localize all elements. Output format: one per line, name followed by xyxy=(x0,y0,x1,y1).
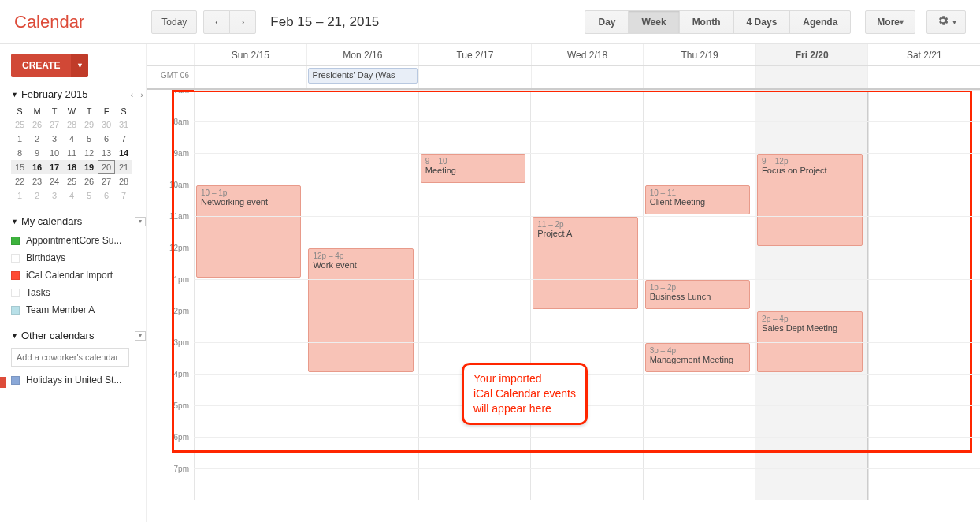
day-column[interactable]: 12p – 4pWork event xyxy=(306,90,418,500)
mini-day[interactable]: 23 xyxy=(28,174,46,188)
calendar-event[interactable]: 9 – 12pFocus on Project xyxy=(757,154,862,246)
day-column[interactable]: 10 – 11Client Meeting1p – 2pBusiness Lun… xyxy=(643,90,755,500)
calendar-event[interactable]: 10 – 1pNetworking event xyxy=(196,185,301,278)
view-4-days[interactable]: 4 Days xyxy=(733,10,791,34)
mini-day[interactable]: 30 xyxy=(98,117,115,132)
allday-cell[interactable] xyxy=(531,66,644,88)
allday-cell[interactable] xyxy=(643,66,755,88)
mini-day[interactable]: 1 xyxy=(11,188,28,203)
mini-day[interactable]: 14 xyxy=(115,146,132,160)
calendar-item[interactable]: Holidays in United St... xyxy=(11,371,146,389)
view-month[interactable]: Month xyxy=(679,10,734,34)
mini-day[interactable]: 29 xyxy=(80,117,98,132)
mini-day[interactable]: 4 xyxy=(63,132,80,146)
calendar-event[interactable]: 11 – 2pProject A xyxy=(533,217,637,309)
day-header[interactable]: Fri 2/20 xyxy=(755,44,868,65)
day-header[interactable]: Sat 2/21 xyxy=(867,44,980,65)
mini-day[interactable]: 8 xyxy=(11,146,28,160)
mini-day[interactable]: 5 xyxy=(80,188,98,203)
next-button[interactable]: › xyxy=(229,10,256,34)
calendar-color-swatch xyxy=(11,237,20,245)
mini-day[interactable]: 2 xyxy=(28,132,46,146)
calendar-item[interactable]: Birthdays xyxy=(11,249,146,267)
mini-day[interactable]: 13 xyxy=(98,146,115,160)
allday-event[interactable]: Presidents' Day (Was xyxy=(308,68,418,84)
mini-day[interactable]: 10 xyxy=(46,146,63,160)
mini-day[interactable]: 31 xyxy=(115,117,132,132)
mini-day[interactable]: 25 xyxy=(11,117,28,132)
mini-day[interactable]: 26 xyxy=(28,117,46,132)
calendar-event[interactable]: 9 – 10Meeting xyxy=(421,154,525,183)
allday-cell[interactable] xyxy=(755,66,868,88)
chevron-down-icon[interactable]: ▼ xyxy=(11,91,18,99)
mini-day[interactable]: 26 xyxy=(80,174,98,188)
create-dropdown[interactable]: ▼ xyxy=(71,54,88,77)
add-coworker-input[interactable] xyxy=(11,348,129,367)
allday-cell[interactable]: Presidents' Day (Was xyxy=(306,66,419,88)
chevron-down-icon[interactable]: ▼ xyxy=(11,332,18,340)
view-day[interactable]: Day xyxy=(585,10,629,34)
mini-next[interactable]: › xyxy=(138,90,146,99)
mini-prev[interactable]: ‹ xyxy=(128,90,136,99)
mini-day[interactable]: 27 xyxy=(98,174,115,188)
day-column[interactable]: 9 – 10Meeting xyxy=(418,90,530,500)
mini-day[interactable]: 28 xyxy=(115,174,132,188)
sidebar-collapse-tab[interactable] xyxy=(0,377,6,388)
mini-day[interactable]: 1 xyxy=(11,132,28,146)
mini-day[interactable]: 3 xyxy=(46,188,63,203)
my-calendars-menu[interactable]: ▾ xyxy=(135,217,146,226)
calendar-item[interactable]: AppointmentCore Su... xyxy=(11,232,146,249)
day-header[interactable]: Mon 2/16 xyxy=(306,44,419,65)
mini-day[interactable]: 9 xyxy=(28,146,46,160)
mini-day[interactable]: 4 xyxy=(63,188,80,203)
mini-day[interactable]: 15 xyxy=(11,160,28,174)
other-calendars-menu[interactable]: ▾ xyxy=(135,331,146,341)
mini-day[interactable]: 22 xyxy=(11,174,28,188)
calendar-item[interactable]: Team Member A xyxy=(11,301,146,319)
mini-day[interactable]: 17 xyxy=(46,160,63,174)
mini-day[interactable]: 28 xyxy=(63,117,80,132)
mini-day[interactable]: 16 xyxy=(28,160,46,174)
more-button[interactable]: More xyxy=(865,10,915,34)
calendar-item[interactable]: Tasks xyxy=(11,284,146,301)
today-button[interactable]: Today xyxy=(151,10,197,34)
mini-day[interactable]: 3 xyxy=(46,132,63,146)
calendar-event[interactable]: 1p – 2pBusiness Lunch xyxy=(645,280,750,309)
mini-day[interactable]: 18 xyxy=(63,160,80,174)
create-button[interactable]: CREATE xyxy=(11,54,71,77)
calendar-event[interactable]: 3p – 4pManagement Meeting xyxy=(645,343,750,372)
day-column[interactable]: 10 – 1pNetworking event xyxy=(194,90,306,500)
mini-day[interactable]: 21 xyxy=(115,160,132,174)
mini-day[interactable]: 6 xyxy=(98,188,115,203)
mini-day[interactable]: 2 xyxy=(28,188,46,203)
mini-day[interactable]: 25 xyxy=(63,174,80,188)
day-column[interactable]: 11 – 2pProject A xyxy=(530,90,642,500)
calendar-item[interactable]: iCal Calendar Import xyxy=(11,267,146,284)
mini-day[interactable]: 27 xyxy=(46,117,63,132)
chevron-down-icon[interactable]: ▼ xyxy=(11,218,18,226)
mini-day[interactable]: 5 xyxy=(80,132,98,146)
day-header[interactable]: Wed 2/18 xyxy=(531,44,644,65)
view-agenda[interactable]: Agenda xyxy=(789,10,851,34)
mini-day[interactable]: 24 xyxy=(46,174,63,188)
mini-day[interactable]: 20 xyxy=(98,160,115,174)
calendar-event[interactable]: 10 – 11Client Meeting xyxy=(645,185,750,214)
day-header[interactable]: Thu 2/19 xyxy=(643,44,755,65)
day-column[interactable] xyxy=(868,90,980,500)
allday-cell[interactable] xyxy=(867,66,980,88)
mini-day[interactable]: 6 xyxy=(98,132,115,146)
mini-day[interactable]: 7 xyxy=(115,132,132,146)
app-title[interactable]: Calendar xyxy=(14,12,84,32)
prev-button[interactable]: ‹ xyxy=(203,10,230,34)
mini-day[interactable]: 19 xyxy=(80,160,98,174)
settings-button[interactable] xyxy=(926,10,966,34)
allday-cell[interactable] xyxy=(418,66,531,88)
view-week[interactable]: Week xyxy=(628,10,679,34)
day-header[interactable]: Sun 2/15 xyxy=(194,44,306,65)
allday-cell[interactable] xyxy=(194,66,306,88)
mini-day[interactable]: 11 xyxy=(63,146,80,160)
mini-day[interactable]: 12 xyxy=(80,146,98,160)
day-column[interactable]: 9 – 12pFocus on Project2p – 4pSales Dept… xyxy=(755,90,867,500)
day-header[interactable]: Tue 2/17 xyxy=(418,44,531,65)
mini-day[interactable]: 7 xyxy=(115,188,132,203)
